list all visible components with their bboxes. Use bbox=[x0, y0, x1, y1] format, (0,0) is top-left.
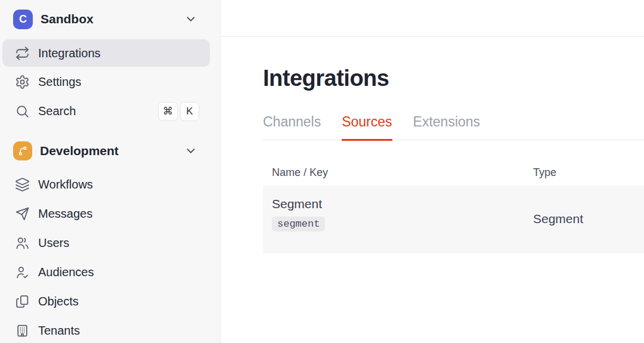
k-keycap: K bbox=[180, 102, 199, 121]
chevron-down-icon bbox=[184, 13, 197, 26]
sidebar-item-objects[interactable]: Objects bbox=[0, 287, 220, 316]
sidebar-item-label: Users bbox=[38, 236, 69, 250]
sidebar-item-label: Workflows bbox=[38, 178, 93, 191]
page-title: Integrations bbox=[263, 66, 644, 91]
source-name-cell: Segment segment bbox=[263, 186, 533, 252]
repeat-arrows-icon bbox=[14, 45, 30, 61]
source-type-cell: Segment bbox=[533, 186, 644, 252]
two-people-icon bbox=[14, 236, 30, 251]
workspace-name: Sandbox bbox=[41, 12, 94, 26]
gear-icon bbox=[14, 75, 30, 90]
table-header: Name / Key Type bbox=[263, 166, 644, 179]
sidebar-item-label: Settings bbox=[38, 75, 81, 89]
sidebar-item-label: Objects bbox=[38, 295, 79, 308]
layers-icon bbox=[14, 177, 30, 193]
copy-documents-icon bbox=[14, 294, 30, 310]
tab-bar: Channels Sources Extensions bbox=[263, 114, 644, 140]
sidebar-item-audiences[interactable]: Audiences bbox=[0, 258, 220, 287]
sidebar-item-label: Search bbox=[38, 104, 76, 118]
sidebar-item-label: Integrations bbox=[38, 47, 101, 60]
search-icon bbox=[14, 104, 30, 119]
tab-extensions[interactable]: Extensions bbox=[413, 114, 481, 141]
sidebar-item-label: Tenants bbox=[38, 324, 80, 338]
sidebar-item-settings[interactable]: Settings bbox=[0, 67, 220, 97]
source-name: Segment bbox=[272, 197, 533, 211]
source-key-badge: segment bbox=[272, 217, 325, 231]
chevron-down-icon bbox=[184, 144, 197, 157]
column-header-type: Type bbox=[533, 166, 644, 179]
sidebar-item-search[interactable]: Search ⌘ K bbox=[0, 97, 220, 126]
sources-table: Name / Key Type Segment segment Segment bbox=[263, 166, 644, 253]
sidebar-item-label: Audiences bbox=[38, 265, 94, 279]
sidebar-item-integrations[interactable]: Integrations bbox=[2, 39, 210, 67]
source-type: Segment bbox=[533, 212, 583, 226]
column-header-name-key: Name / Key bbox=[263, 166, 533, 179]
section-name: Development bbox=[40, 144, 119, 158]
person-check-icon bbox=[14, 265, 30, 280]
sidebar-item-workflows[interactable]: Workflows bbox=[0, 170, 220, 199]
sidebar-item-messages[interactable]: Messages bbox=[0, 199, 220, 228]
table-row[interactable]: Segment segment Segment bbox=[263, 186, 644, 253]
sidebar-item-label: Messages bbox=[38, 207, 92, 221]
building-icon bbox=[14, 323, 30, 339]
workspace-switcher[interactable]: C Sandbox bbox=[0, 0, 220, 38]
sidebar-item-users[interactable]: Users bbox=[0, 228, 220, 258]
workspace-logo-icon: C bbox=[13, 10, 33, 29]
sidebar-item-tenants[interactable]: Tenants bbox=[0, 316, 220, 343]
section-development[interactable]: Development bbox=[0, 136, 220, 165]
tab-sources[interactable]: Sources bbox=[342, 114, 392, 141]
branch-icon bbox=[13, 141, 32, 160]
search-shortcut: ⌘ K bbox=[158, 102, 199, 121]
top-bar bbox=[221, 0, 644, 37]
paper-plane-icon bbox=[14, 206, 30, 222]
sidebar: C Sandbox Integrations Settings Search ⌘… bbox=[0, 0, 221, 343]
cmd-keycap: ⌘ bbox=[158, 102, 178, 121]
tab-channels[interactable]: Channels bbox=[263, 114, 321, 141]
main-content: Integrations Channels Sources Extensions… bbox=[221, 0, 644, 343]
